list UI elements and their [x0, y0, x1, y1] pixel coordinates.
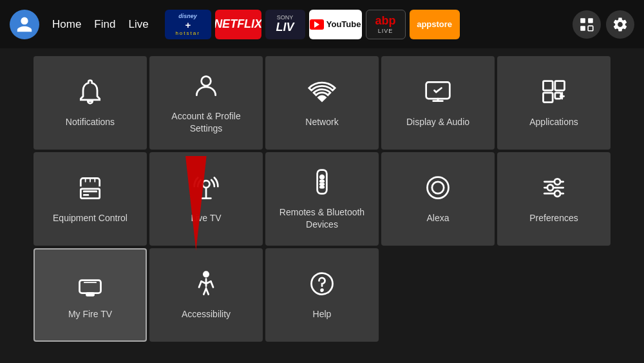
- notifications-label: Notifications: [66, 116, 115, 128]
- svg-rect-12: [83, 194, 89, 196]
- accessibility-label: Accessibility: [182, 308, 231, 320]
- my-fire-tv-label: My Fire TV: [68, 308, 112, 320]
- sony-label: SONY: [277, 14, 294, 21]
- settings-button[interactable]: [606, 10, 634, 39]
- svg-point-22: [432, 182, 444, 193]
- tile-alexa[interactable]: Alexa: [381, 152, 495, 246]
- tile-network[interactable]: Network: [265, 56, 379, 150]
- tile-account-profile[interactable]: Account & Profile Settings: [149, 56, 263, 150]
- firetv-icon: [76, 270, 104, 300]
- app-shortcuts: disney + hotstar NETFLIX SONY LIV YouTub…: [165, 10, 566, 39]
- youtube-icon: [310, 19, 324, 30]
- svg-rect-18: [320, 181, 324, 182]
- wifi-icon: [308, 77, 336, 108]
- live-tv-label: Live TV: [191, 212, 221, 224]
- equipment-control-label: Equipment Control: [53, 212, 128, 224]
- svg-rect-3: [588, 26, 593, 31]
- tile-my-fire-tv[interactable]: My Fire TV: [33, 248, 147, 342]
- tile-preferences[interactable]: Preferences: [497, 152, 611, 246]
- settings-grid-wrapper: Notifications Account & Profile Settings: [0, 51, 644, 347]
- svg-rect-19: [320, 184, 324, 185]
- alexa-icon: [424, 173, 452, 204]
- bell-icon: [76, 77, 104, 108]
- help-label: Help: [313, 308, 332, 320]
- svg-point-27: [547, 185, 553, 191]
- settings-grid: Notifications Account & Profile Settings: [0, 51, 644, 347]
- account-profile-label: Account & Profile Settings: [156, 110, 256, 133]
- remotes-bluetooth-label: Remotes & Bluetooth Devices: [272, 206, 372, 230]
- apps-icon: [540, 77, 568, 108]
- svg-point-28: [554, 191, 560, 197]
- appstore-label: appstore: [417, 19, 452, 29]
- svg-rect-2: [580, 26, 585, 31]
- person-icon: [192, 72, 220, 103]
- nav-live[interactable]: Live: [128, 18, 148, 31]
- svg-point-32: [204, 272, 208, 277]
- display-icon: [424, 77, 452, 108]
- top-navigation: Home Find Live disney + hotstar NETFLIX …: [0, 0, 644, 48]
- preferences-label: Preferences: [529, 212, 578, 224]
- netflix-label: NETFLIX: [215, 17, 261, 31]
- tile-display-audio[interactable]: Display & Audio: [381, 56, 495, 150]
- youtube-label: YouTube: [327, 19, 361, 29]
- tile-applications[interactable]: Applications: [497, 56, 611, 150]
- display-audio-label: Display & Audio: [406, 116, 469, 128]
- grid-view-button[interactable]: [573, 10, 601, 39]
- svg-rect-31: [87, 293, 94, 296]
- tile-equipment-control[interactable]: Equipment Control: [33, 152, 147, 246]
- svg-rect-0: [580, 18, 585, 23]
- abp-live-label: LIVE: [378, 28, 393, 34]
- svg-rect-7: [555, 81, 565, 91]
- equipment-icon: [76, 173, 104, 204]
- svg-point-26: [554, 179, 560, 185]
- tile-live-tv[interactable]: Live TV: [149, 152, 263, 246]
- svg-point-4: [202, 77, 211, 86]
- help-icon: [308, 270, 336, 300]
- sony-liv-label: LIV: [276, 21, 294, 34]
- nav-home[interactable]: Home: [52, 18, 81, 31]
- user-avatar[interactable]: [10, 10, 39, 39]
- tile-notifications[interactable]: Notifications: [33, 56, 147, 150]
- app-disney-hotstar[interactable]: disney + hotstar: [165, 10, 211, 39]
- svg-rect-10: [80, 189, 99, 199]
- nav-find[interactable]: Find: [94, 18, 115, 31]
- app-youtube[interactable]: YouTube: [309, 10, 362, 39]
- svg-rect-1: [588, 18, 593, 23]
- tile-help[interactable]: Help: [265, 248, 379, 342]
- app-netflix[interactable]: NETFLIX: [215, 10, 261, 39]
- svg-point-34: [321, 289, 323, 291]
- svg-rect-6: [544, 81, 553, 91]
- alexa-label: Alexa: [426, 212, 449, 224]
- svg-point-17: [320, 175, 324, 179]
- svg-rect-11: [83, 191, 97, 193]
- network-label: Network: [305, 116, 338, 128]
- applications-label: Applications: [529, 116, 578, 128]
- antenna-icon: [192, 173, 220, 204]
- app-appstore[interactable]: appstore: [410, 10, 460, 39]
- app-abp-live[interactable]: abp LIVE: [366, 10, 406, 39]
- svg-rect-20: [320, 187, 324, 188]
- svg-point-13: [203, 181, 210, 188]
- abp-label: abp: [375, 14, 396, 28]
- remote-icon: [308, 168, 336, 199]
- tile-accessibility[interactable]: Accessibility: [149, 248, 263, 342]
- nav-links: Home Find Live: [52, 18, 149, 31]
- svg-point-21: [428, 177, 449, 199]
- tile-remotes-bluetooth[interactable]: Remotes & Bluetooth Devices: [265, 152, 379, 246]
- accessibility-icon: [192, 270, 220, 300]
- sliders-icon: [540, 173, 568, 204]
- nav-right-icons: [573, 10, 634, 39]
- svg-rect-8: [544, 93, 553, 103]
- app-sony-liv[interactable]: SONY LIV: [265, 10, 305, 39]
